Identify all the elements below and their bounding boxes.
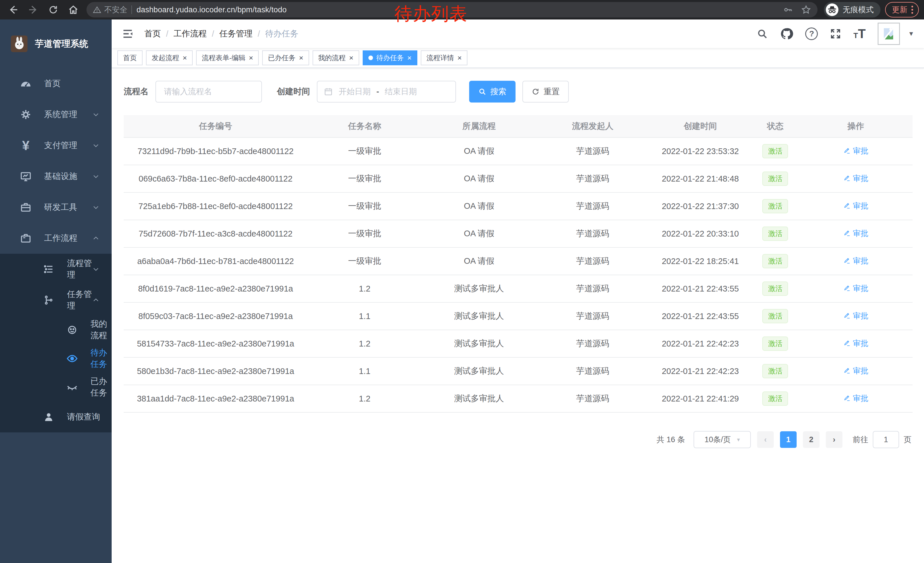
status-cell: 激活: [752, 248, 799, 275]
close-icon[interactable]: ×: [349, 54, 354, 62]
sidebar-item-system[interactable]: 系统管理: [0, 99, 112, 130]
sidebar-item-todo-task[interactable]: 待办任务: [0, 344, 112, 373]
close-icon[interactable]: ×: [249, 54, 253, 62]
github-icon[interactable]: [780, 27, 793, 41]
page-button-1[interactable]: 1: [780, 431, 796, 448]
tab-my-process[interactable]: 我的流程×: [313, 50, 359, 65]
sidebar-item-devtools[interactable]: 研发工具: [0, 192, 112, 223]
tab-home[interactable]: 首页: [117, 50, 142, 65]
sidebar-item-label: 已办任务: [90, 376, 112, 399]
breadcrumb-workflow[interactable]: 工作流程: [174, 28, 207, 39]
tab-process-form-edit[interactable]: 流程表单-编辑×: [196, 50, 259, 65]
search-icon[interactable]: [756, 28, 768, 39]
browser-forward-button[interactable]: [25, 2, 41, 18]
key-icon[interactable]: [783, 5, 793, 15]
starter-cell: 芋道源码: [536, 275, 649, 302]
browser-update-button[interactable]: 更新: [885, 2, 919, 18]
approve-button[interactable]: 审批: [843, 146, 868, 156]
starter-cell: 芋道源码: [536, 192, 649, 220]
sidebar-item-process-management[interactable]: 流程管理: [0, 254, 112, 285]
browser-back-button[interactable]: [5, 2, 21, 18]
col-task-id: 任务编号: [124, 115, 308, 137]
close-icon[interactable]: ×: [458, 54, 462, 62]
arrow-right-icon: [28, 4, 39, 15]
page-button-2[interactable]: 2: [803, 431, 819, 448]
action-cell: 审批: [799, 357, 912, 385]
approve-button[interactable]: 审批: [843, 173, 868, 183]
breadcrumb-home[interactable]: 首页: [144, 28, 161, 39]
yen-icon: ¥: [19, 139, 33, 152]
bookmark-star-icon[interactable]: [801, 5, 811, 15]
omnibox-divider: [131, 6, 132, 14]
reset-button[interactable]: 重置: [522, 81, 569, 102]
home-icon: [68, 4, 79, 15]
next-page-button[interactable]: ›: [826, 431, 842, 448]
page-size-select[interactable]: 10条/页 ▾: [694, 431, 751, 448]
user-icon: [42, 410, 56, 424]
browser-home-button[interactable]: [65, 2, 81, 18]
avatar[interactable]: [878, 23, 900, 45]
sidebar-item-infrastructure[interactable]: 基础设施: [0, 161, 112, 192]
sidebar-item-my-process[interactable]: 我的流程: [0, 315, 112, 344]
sidebar-item-task-management[interactable]: 任务管理: [0, 285, 112, 315]
sidebar-item-done-task[interactable]: 已办任务: [0, 373, 112, 401]
help-icon[interactable]: ?: [805, 27, 818, 40]
process-cell: 测试多审批人: [422, 330, 536, 357]
process-name-input[interactable]: [155, 81, 262, 102]
close-icon[interactable]: ×: [183, 54, 187, 62]
flow-tree-icon: [42, 293, 56, 307]
task-name-cell: 1.2: [308, 275, 422, 302]
chevron-down-icon: [92, 204, 100, 211]
sidebar-logo[interactable]: 芋道管理系统: [0, 20, 112, 68]
app-logo-icon: [11, 36, 27, 52]
fullscreen-icon[interactable]: [830, 28, 841, 39]
approve-button[interactable]: 审批: [843, 256, 868, 266]
tab-done-task[interactable]: 已办任务×: [262, 50, 309, 65]
tab-todo-task[interactable]: 待办任务×: [363, 50, 417, 65]
table-header-row: 任务编号 任务名称 所属流程 流程发起人 创建时间 状态 操作: [124, 115, 912, 137]
process-name-label: 流程名: [124, 86, 148, 98]
starter-cell: 芋道源码: [536, 137, 649, 165]
sidebar-item-leave-query[interactable]: 请假查询: [0, 401, 112, 432]
tab-start-process[interactable]: 发起流程×: [146, 50, 193, 65]
create-time-label: 创建时间: [277, 86, 310, 98]
approve-button[interactable]: 审批: [843, 366, 868, 376]
goto-page-input[interactable]: [873, 431, 899, 448]
font-size-icon[interactable]: TT: [853, 29, 866, 39]
approve-button[interactable]: 审批: [843, 283, 868, 294]
eye-icon: [65, 352, 79, 365]
sidebar-item-label: 我的流程: [90, 318, 112, 341]
action-cell: 审批: [799, 275, 912, 302]
browser-menu-icon[interactable]: [911, 6, 913, 14]
search-button[interactable]: 搜索: [469, 81, 516, 102]
sidebar-item-label: 请假查询: [67, 411, 100, 423]
sidebar-item-workflow[interactable]: 工作流程: [0, 223, 112, 254]
tab-process-detail[interactable]: 流程详情×: [421, 50, 468, 65]
status-cell: 激活: [752, 357, 799, 385]
date-range-input[interactable]: 开始日期 - 结束日期: [317, 81, 456, 102]
breadcrumb-task-management[interactable]: 任务管理: [219, 28, 252, 39]
sidebar-item-payment[interactable]: ¥ 支付管理: [0, 130, 112, 161]
close-icon[interactable]: ×: [407, 54, 412, 62]
table-row: 8f0d1619-7ac8-11ec-a9e2-a2380e71991a 1.2…: [124, 275, 912, 302]
approve-button[interactable]: 审批: [843, 338, 868, 348]
approve-button[interactable]: 审批: [843, 311, 868, 321]
browser-reload-button[interactable]: [45, 2, 61, 18]
sidebar-collapse-icon[interactable]: [122, 27, 134, 40]
sidebar-item-label: 任务管理: [67, 289, 92, 312]
create-time-cell: 2022-01-22 23:53:32: [649, 137, 752, 165]
action-cell: 审批: [799, 302, 912, 330]
chevron-down-icon: [92, 266, 100, 273]
approve-button[interactable]: 审批: [843, 228, 868, 239]
sidebar-item-home[interactable]: 首页: [0, 68, 112, 99]
task-id-cell: 75d72608-7b7f-11ec-a3c8-acde48001122: [124, 220, 308, 248]
approve-button[interactable]: 审批: [843, 201, 868, 211]
status-badge: 激活: [762, 364, 788, 378]
avatar-caret-icon[interactable]: ▼: [908, 30, 914, 38]
approve-button[interactable]: 审批: [843, 393, 868, 404]
close-icon[interactable]: ×: [299, 54, 303, 62]
edit-pen-icon: [843, 175, 851, 182]
prev-page-button[interactable]: ‹: [757, 431, 774, 448]
edit-pen-icon: [843, 202, 851, 210]
status-badge: 激活: [762, 309, 788, 323]
